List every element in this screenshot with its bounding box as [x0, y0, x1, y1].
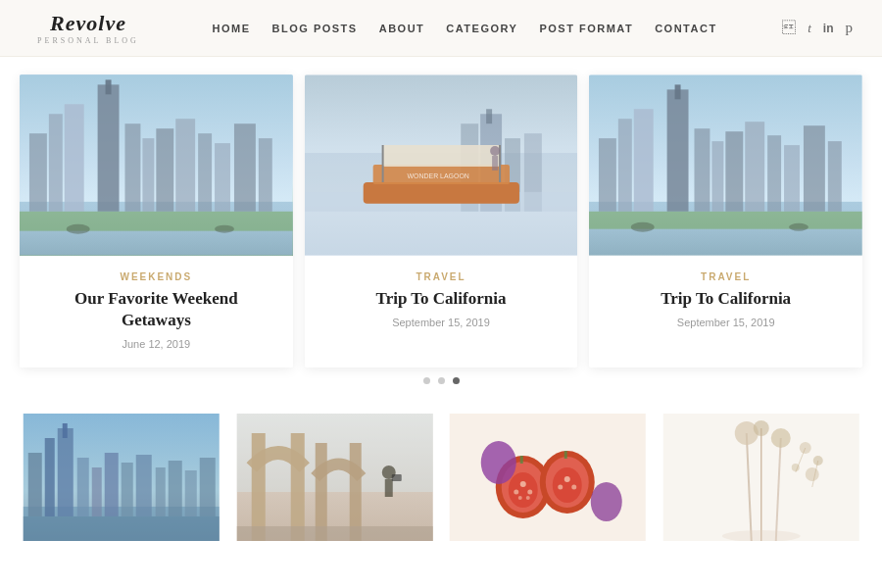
logo-subtitle: PERSONAL BLOG — [29, 36, 147, 45]
slider-dots — [20, 368, 862, 398]
svg-rect-46 — [784, 145, 800, 212]
svg-rect-77 — [236, 526, 432, 541]
grid-item-4[interactable] — [660, 414, 863, 541]
svg-rect-49 — [589, 212, 862, 229]
svg-rect-47 — [804, 125, 825, 212]
svg-rect-62 — [136, 455, 152, 516]
svg-point-102 — [753, 420, 768, 436]
nav-home[interactable]: HOME — [213, 23, 251, 34]
nav-category[interactable]: CATEGORY — [446, 23, 517, 34]
svg-rect-76 — [391, 474, 401, 481]
card-3-image — [589, 74, 862, 256]
main-content: WEEKENDS Our Favorite Weekend Getaways J… — [0, 57, 882, 541]
dot-2[interactable] — [438, 377, 445, 384]
grid-item-2[interactable] — [233, 414, 437, 541]
svg-rect-26 — [363, 182, 518, 204]
svg-rect-40 — [675, 84, 681, 99]
svg-rect-55 — [45, 438, 55, 516]
svg-point-51 — [789, 223, 808, 231]
svg-point-107 — [805, 467, 818, 481]
svg-rect-58 — [77, 458, 89, 516]
card-1-title: Our Favorite Weekend Getaways — [39, 288, 273, 331]
card-3[interactable]: TRAVEL Trip To California September 15, … — [589, 74, 862, 368]
svg-rect-3 — [49, 114, 63, 212]
svg-point-90 — [564, 476, 570, 482]
dot-3[interactable] — [453, 377, 460, 384]
svg-rect-43 — [726, 131, 744, 212]
svg-rect-61 — [122, 463, 133, 516]
cards-row: WEEKENDS Our Favorite Weekend Getaways J… — [20, 74, 862, 368]
svg-point-86 — [526, 496, 530, 500]
card-2-title: Trip To California — [324, 288, 559, 310]
svg-rect-67 — [24, 516, 220, 541]
svg-rect-44 — [746, 122, 765, 212]
svg-rect-22 — [486, 109, 492, 123]
nav-post-format[interactable]: POST FORMAT — [539, 23, 633, 34]
twitter-icon[interactable]: t — [808, 21, 811, 36]
card-2-content: TRAVEL Trip To California September 15, … — [305, 256, 578, 346]
card-3-date: September 15, 2019 — [609, 317, 843, 328]
svg-rect-39 — [667, 89, 689, 211]
svg-rect-64 — [169, 461, 182, 516]
svg-rect-95 — [520, 456, 523, 464]
svg-point-17 — [215, 225, 234, 233]
grid-row — [20, 414, 862, 541]
svg-point-82 — [520, 481, 526, 487]
svg-rect-42 — [712, 141, 724, 212]
card-2-date: September 15, 2019 — [324, 317, 559, 328]
social-links:  t in p — [782, 20, 853, 36]
card-2-image: WONDER LAGOON — [305, 74, 578, 256]
linkedin-icon[interactable]: in — [823, 22, 834, 35]
site-header: Revolve PERSONAL BLOG HOME BLOG POSTS AB… — [0, 0, 882, 57]
pinterest-icon[interactable]: p — [845, 20, 853, 36]
svg-rect-10 — [175, 119, 195, 212]
card-1-content: WEEKENDS Our Favorite Weekend Getaways J… — [20, 256, 293, 368]
svg-point-81 — [509, 472, 538, 508]
svg-rect-65 — [185, 470, 197, 516]
svg-point-50 — [631, 222, 655, 232]
svg-rect-4 — [65, 104, 84, 211]
svg-point-83 — [514, 490, 518, 495]
dot-1[interactable] — [423, 377, 430, 384]
svg-point-103 — [770, 428, 790, 448]
svg-rect-38 — [634, 109, 654, 212]
facebook-icon[interactable]:  — [782, 21, 796, 36]
svg-rect-56 — [58, 428, 74, 516]
svg-rect-37 — [618, 119, 632, 212]
svg-rect-71 — [290, 433, 304, 541]
svg-rect-48 — [828, 141, 842, 212]
svg-point-93 — [481, 441, 516, 484]
svg-rect-96 — [564, 451, 567, 459]
card-1-image — [20, 74, 293, 256]
svg-rect-33 — [492, 156, 498, 171]
svg-point-94 — [591, 482, 622, 521]
svg-rect-66 — [200, 458, 216, 516]
card-2[interactable]: WONDER LAGOON TRAVEL Trip To California … — [305, 74, 578, 368]
card-1[interactable]: WEEKENDS Our Favorite Weekend Getaways J… — [20, 74, 293, 368]
svg-rect-60 — [105, 453, 119, 516]
svg-point-89 — [553, 467, 582, 503]
svg-rect-2 — [29, 133, 47, 212]
svg-text:WONDER LAGOON: WONDER LAGOON — [407, 172, 468, 179]
svg-point-92 — [571, 485, 576, 490]
nav-about[interactable]: ABOUT — [379, 23, 425, 34]
svg-rect-7 — [124, 123, 140, 212]
svg-rect-8 — [142, 138, 154, 212]
nav-contact[interactable]: CONTACT — [655, 23, 716, 34]
svg-rect-36 — [599, 138, 616, 212]
svg-rect-54 — [28, 453, 42, 516]
svg-rect-45 — [767, 135, 781, 212]
nav-blog-posts[interactable]: BLOG POSTS — [272, 23, 358, 34]
grid-item-3[interactable] — [446, 414, 650, 541]
svg-rect-6 — [106, 79, 112, 94]
svg-rect-41 — [695, 128, 710, 212]
svg-rect-13 — [234, 123, 256, 212]
svg-point-91 — [558, 485, 563, 490]
main-nav: HOME BLOG POSTS ABOUT CATEGORY POST FORM… — [213, 23, 717, 34]
svg-point-85 — [518, 496, 522, 500]
grid-item-1[interactable] — [20, 414, 223, 541]
card-3-category: TRAVEL — [609, 271, 843, 282]
svg-point-84 — [527, 490, 532, 495]
svg-rect-12 — [215, 143, 230, 212]
svg-rect-70 — [251, 433, 265, 541]
